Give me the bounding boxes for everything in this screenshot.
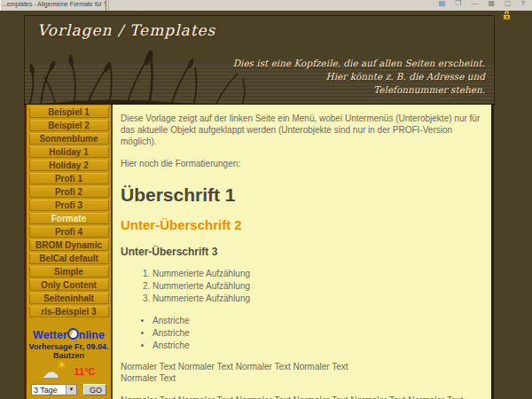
normal-text-line: Normaler Text — [121, 373, 176, 383]
normal-text-line: Normaler Text Normaler Text Normaler Tex… — [121, 362, 348, 372]
padlock-icon[interactable] — [501, 11, 512, 20]
temperature-value: 11°C — [74, 366, 96, 377]
sidebar-item-beispiel-2[interactable]: Beispiel 2 — [29, 120, 109, 131]
sidebar-item-profi-3[interactable]: Profi 3 — [29, 200, 109, 211]
sidebar-item-rls-beispiel-3[interactable]: rls-Beispiel 3 — [29, 306, 109, 317]
page-background: Vorlagen / Templates Dies ist eine Kopfz… — [0, 11, 532, 399]
site-title: Vorlagen / Templates — [37, 21, 215, 39]
forecast-city: Bautzen — [27, 351, 111, 360]
heading-1: Überschrift 1 — [121, 183, 483, 207]
sidebar-item-profi-4[interactable]: Profi 4 — [29, 226, 109, 238]
tagline-line: Hier könnte z. B. die Adresse und — [326, 71, 485, 82]
intro-paragraph: Diese Vorlage zeigt auf der linken Seite… — [121, 113, 483, 148]
header-tagline: Dies ist eine Kopfzeile, die auf allen S… — [233, 57, 485, 98]
bullet-list-item: Anstriche — [153, 327, 483, 339]
sidebar-item-formate[interactable]: Formate — [29, 213, 109, 224]
sidebar-item-brom-dynamic[interactable]: BROM Dynamic — [29, 239, 109, 251]
help-icon[interactable]: ? — [521, 0, 525, 9]
go-button[interactable]: GO — [83, 384, 106, 395]
logo-text-nline: nline — [79, 329, 105, 341]
numbered-list-item: Nummerierte Aufzählung — [153, 293, 483, 304]
sidebar-item-profi-2[interactable]: Profi 2 — [29, 186, 109, 198]
bullet-list: Anstriche Anstriche Anstriche — [121, 315, 483, 352]
sidebar-item-belcal-default[interactable]: BelCal default — [29, 253, 109, 264]
formats-intro-paragraph: Hier noch die Formatierungen: — [121, 158, 483, 169]
sidebar-item-holiday-2[interactable]: Holiday 2 — [29, 160, 109, 171]
numbered-list: Nummerierte Aufzählung Nummerierte Aufzä… — [121, 268, 483, 305]
long-text-paragraph: Normaler Text Normaler Text Normaler Tex… — [121, 395, 483, 399]
tab-divider — [108, 0, 109, 11]
normal-text-paragraph: Normaler Text Normaler Text Normaler Tex… — [121, 361, 483, 384]
weather-widget: Wetternline Vorhersage Fr, 09.04. Bautze… — [27, 328, 111, 399]
sidebar-item-profi-1[interactable]: Profi 1 — [29, 173, 109, 184]
logo-text-wetter: Wetter — [33, 329, 67, 341]
bullet-list-item: Anstriche — [153, 315, 483, 326]
sidebar-item-beispiel-1[interactable]: Beispiel 1 — [29, 106, 109, 118]
cloud-icon: ☁ — [43, 362, 59, 382]
main-content: Diese Vorlage zeigt auf der linken Seite… — [113, 105, 494, 399]
heading-2: Unter-Überschrift 2 — [121, 216, 483, 234]
sidebar-item-only-content[interactable]: Only Content — [29, 279, 109, 291]
globe-icon — [67, 328, 79, 340]
select-value: 3 Tage — [32, 386, 66, 395]
minimize-icon[interactable]: — — [471, 0, 478, 9]
sidebar-item-simple[interactable]: Simple — [29, 266, 109, 278]
page-icon[interactable]: ▢ — [505, 0, 512, 9]
tagline-line: Dies ist eine Kopfzeile, die auf allen S… — [233, 58, 485, 68]
window-icon[interactable]: ❐ — [455, 0, 461, 9]
sidebar-item-sonnenblume[interactable]: Sonnenblume — [29, 133, 109, 145]
grid-icon[interactable]: ▦ — [488, 0, 495, 9]
chevron-down-icon[interactable]: ▼ — [66, 385, 76, 395]
header-banner-image: Vorlagen / Templates Dies ist eine Kopfz… — [24, 15, 495, 106]
numbered-list-item: Nummerierte Aufzählung — [153, 280, 483, 292]
sidebar-item-holiday-1[interactable]: Holiday 1 — [29, 146, 109, 158]
blue-doc-icon[interactable]: ▤ — [439, 0, 446, 9]
partly-cloudy-icon: ☀ ☁ — [43, 363, 66, 380]
sidebar: Beispiel 1 Beispiel 2 Sonnenblume Holida… — [24, 105, 111, 399]
wetteronline-logo[interactable]: Wetternline — [27, 328, 111, 341]
sidebar-item-seiteninhalt[interactable]: Seiteninhalt — [29, 293, 109, 304]
forecast-range-select[interactable]: 3 Tage ▼ — [31, 384, 77, 395]
numbered-list-item: Nummerierte Aufzählung — [153, 268, 483, 279]
tagline-line: Telefonnummer stehen. — [373, 84, 485, 95]
bullet-list-item: Anstriche — [153, 340, 483, 351]
forecast-date: Vorhersage Fr, 09.04. — [27, 342, 111, 351]
heading-3: Unter-Überschrift 3 — [121, 246, 483, 260]
sidebar-menu: Beispiel 1 Beispiel 2 Sonnenblume Holida… — [27, 105, 111, 319]
